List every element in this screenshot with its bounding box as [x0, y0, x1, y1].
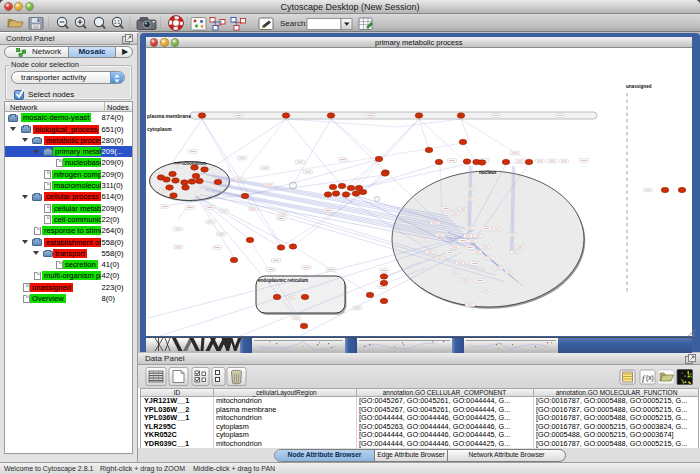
svg-text:nucleus: nucleus [479, 170, 497, 175]
svg-text:unassigned: unassigned [626, 84, 652, 89]
svg-text:cytoplasm: cytoplasm [147, 126, 172, 132]
svg-text:plasma membrane: plasma membrane [147, 113, 191, 119]
svg-text:1:1: 1:1 [114, 20, 121, 25]
svg-text:Search:: Search: [280, 19, 308, 28]
svg-text:(x): (x) [646, 374, 654, 382]
